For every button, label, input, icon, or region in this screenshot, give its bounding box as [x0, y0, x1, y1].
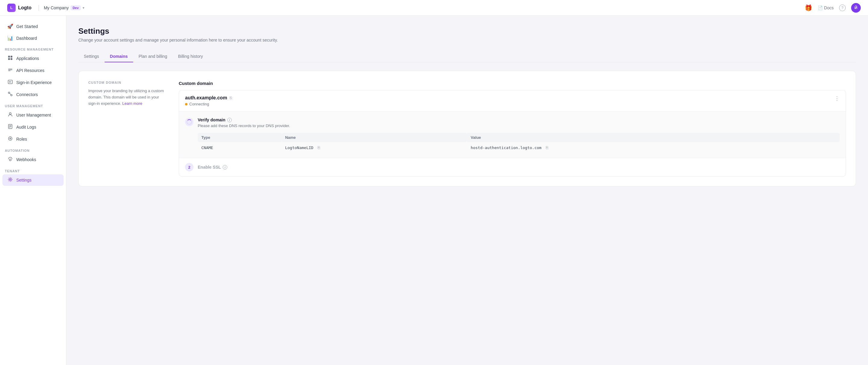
dev-badge: Dev [70, 5, 81, 10]
page-subtitle: Change your account settings and manage … [79, 38, 856, 42]
roles-icon [7, 136, 13, 142]
sidebar-item-user-management[interactable]: User Management [2, 109, 64, 121]
domain-menu-button[interactable]: ⋮ [834, 95, 840, 102]
logo-icon: L [7, 4, 16, 12]
copy-dns-name-icon[interactable]: ⎘ [318, 145, 320, 150]
sidebar-item-label: Applications [16, 56, 39, 61]
domain-status: Connecting [185, 102, 834, 106]
verify-content: Verify domain i Please add these DNS rec… [198, 118, 840, 153]
dns-col-type: Type [198, 133, 281, 142]
verify-section: Verify domain i Please add these DNS rec… [179, 111, 846, 158]
sidebar-item-api-resources[interactable]: API Resources [2, 65, 64, 76]
ssl-section: 2 Enable SSL i [179, 158, 846, 176]
sidebar-item-label: Get Started [16, 24, 38, 29]
card-section-label: CUSTOM DOMAIN [88, 81, 167, 84]
sign-in-icon [7, 79, 13, 86]
tab-domains[interactable]: Domains [104, 51, 133, 62]
sidebar-item-sign-in-experience[interactable]: Sign-in Experience [2, 77, 64, 88]
logo-area: L Logto [7, 4, 31, 12]
custom-domain-card: CUSTOM DOMAIN Improve your branding by u… [79, 71, 856, 187]
layout: 🚀 Get Started 📊 Dashboard RESOURCE MANAG… [0, 16, 868, 365]
custom-domain-title: Custom domain [179, 81, 846, 86]
svg-rect-1 [10, 56, 12, 58]
svg-rect-0 [8, 56, 10, 58]
settings-icon [7, 177, 13, 183]
sidebar-item-label: Webhooks [16, 157, 36, 162]
sidebar-item-label: Roles [16, 137, 27, 141]
dns-type: CNAME [198, 142, 281, 153]
sidebar-item-label: Connectors [16, 92, 38, 97]
topbar-divider [38, 5, 39, 11]
dns-row: CNAME LogtoNameLID ⎘ [198, 142, 840, 153]
section-automation: AUTOMATION [0, 145, 66, 154]
ssl-title: Enable SSL i [198, 165, 227, 170]
sidebar-item-label: API Resources [16, 68, 44, 73]
domain-name: auth.example.com [185, 95, 227, 101]
svg-point-10 [9, 159, 11, 161]
section-resource-management: RESOURCE MANAGEMENT [0, 44, 66, 53]
svg-point-11 [10, 179, 11, 180]
card-left: CUSTOM DOMAIN Improve your branding by u… [88, 81, 167, 176]
sidebar: 🚀 Get Started 📊 Dashboard RESOURCE MANAG… [0, 16, 66, 365]
webhooks-icon [7, 157, 13, 163]
ssl-step-number: 2 [185, 163, 193, 171]
status-text: Connecting [189, 102, 209, 106]
sidebar-item-label: Audit Logs [16, 125, 36, 130]
docs-icon: 📄 [818, 5, 823, 10]
tab-plan-billing[interactable]: Plan and billing [133, 51, 173, 62]
dns-name: LogtoNameLID ⎘ [281, 142, 467, 153]
api-resources-icon [7, 67, 13, 73]
domain-header-inner: auth.example.com ⎘ Connecting [185, 95, 834, 106]
svg-rect-2 [8, 58, 10, 60]
tab-billing-history[interactable]: Billing history [173, 51, 208, 62]
tabs: Settings Domains Plan and billing Billin… [79, 51, 856, 62]
help-icon[interactable]: ? [839, 4, 846, 11]
logo-text: Logto [18, 5, 31, 10]
domain-header: auth.example.com ⎘ Connecting ⋮ [179, 90, 846, 111]
verify-row: Verify domain i Please add these DNS rec… [185, 118, 840, 153]
learn-more-link[interactable]: Learn more [122, 101, 142, 106]
step-1-icon [185, 118, 193, 126]
sidebar-item-label: Settings [16, 178, 32, 182]
sidebar-item-dashboard[interactable]: 📊 Dashboard [2, 33, 64, 44]
avatar[interactable]: Й [851, 3, 861, 13]
copy-dns-value-icon[interactable]: ⎘ [546, 145, 548, 150]
svg-point-7 [9, 113, 11, 114]
topbar-right: 🎁 📄 Docs ? Й [805, 3, 861, 13]
card-description: Improve your branding by utilizing a cus… [88, 88, 167, 107]
page-title: Settings [79, 27, 856, 36]
sidebar-item-label: User Management [16, 113, 51, 118]
docs-link[interactable]: 📄 Docs [818, 5, 834, 10]
main-content: Settings Change your account settings an… [66, 16, 868, 365]
svg-rect-3 [10, 58, 12, 60]
ssl-row: 2 Enable SSL i [185, 163, 840, 171]
dns-col-value: Value [467, 133, 840, 142]
section-tenant: TENANT [0, 166, 66, 174]
sidebar-item-audit-logs[interactable]: Audit Logs [2, 121, 64, 133]
docs-label: Docs [824, 5, 834, 10]
sidebar-item-connectors[interactable]: Connectors [2, 89, 64, 100]
sidebar-item-get-started[interactable]: 🚀 Get Started [2, 21, 64, 32]
dashboard-icon: 📊 [7, 35, 13, 41]
copy-domain-icon[interactable]: ⎘ [230, 96, 232, 100]
verify-sub: Please add these DNS records to your DNS… [198, 124, 840, 128]
verify-title: Verify domain i [198, 118, 840, 122]
gift-icon[interactable]: 🎁 [805, 4, 812, 11]
spinner-icon [187, 119, 192, 125]
company-selector[interactable]: My Company Dev ▾ [44, 5, 84, 10]
sidebar-item-roles[interactable]: Roles [2, 133, 64, 145]
sidebar-item-webhooks[interactable]: Webhooks [2, 154, 64, 165]
dns-table: Type Name Value CNAME [198, 133, 840, 153]
user-management-icon [7, 112, 13, 118]
ssl-info-icon[interactable]: i [223, 165, 227, 170]
card-right: Custom domain auth.example.com ⎘ Connect… [179, 81, 846, 176]
audit-logs-icon [7, 124, 13, 130]
dns-col-name: Name [281, 133, 467, 142]
verify-info-icon[interactable]: i [227, 118, 232, 122]
tab-settings[interactable]: Settings [79, 51, 104, 62]
status-dot [185, 103, 187, 105]
company-name: My Company [44, 5, 68, 10]
sidebar-item-settings[interactable]: Settings [2, 174, 64, 186]
sidebar-item-label: Sign-in Experience [16, 80, 52, 85]
sidebar-item-applications[interactable]: Applications [2, 53, 64, 64]
